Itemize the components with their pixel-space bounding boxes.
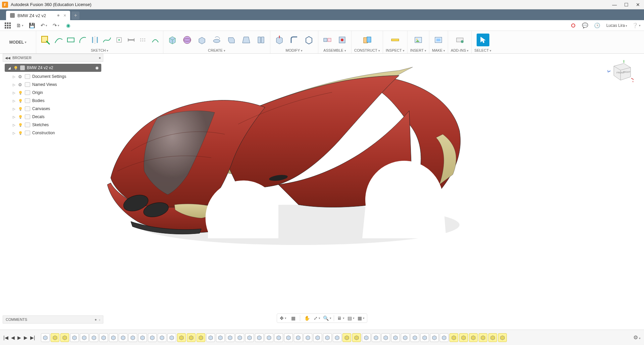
tree-item[interactable]: ▷Construction	[3, 129, 103, 137]
timeline-settings-button[interactable]: ⚙▾	[633, 334, 641, 341]
timeline-op[interactable]	[60, 333, 69, 342]
tree-root[interactable]: ◢ BMW Z4 v2 v2 ◉	[5, 64, 101, 72]
radio-icon[interactable]: ◉	[95, 65, 99, 70]
timeline-op[interactable]	[372, 333, 380, 342]
expand-icon[interactable]: ▷	[13, 107, 16, 111]
comments-panel[interactable]: COMMENTS ● ›	[3, 315, 103, 324]
timeline-op[interactable]	[459, 333, 468, 342]
tree-item[interactable]: ▷⚙Document Settings	[3, 72, 103, 81]
timeline-op[interactable]	[41, 333, 50, 342]
timeline-op[interactable]	[216, 333, 225, 342]
timeline-op[interactable]	[488, 333, 497, 342]
viewport-layout-button[interactable]: ▦▾	[358, 315, 364, 322]
rectangle-tool-button[interactable]	[66, 34, 76, 46]
select-button[interactable]	[477, 34, 489, 46]
timeline-op[interactable]	[430, 333, 439, 342]
timeline-op[interactable]	[479, 333, 487, 342]
timeline-op[interactable]	[323, 333, 332, 342]
shell-button[interactable]	[303, 34, 315, 46]
joint-button[interactable]	[321, 34, 334, 46]
workspace-switcher[interactable]: MODEL▾	[0, 31, 36, 53]
expand-icon[interactable]: ▷	[13, 91, 16, 95]
mirror-tool-button[interactable]	[90, 34, 100, 46]
expand-icon[interactable]: ▷	[13, 99, 16, 103]
timeline-op[interactable]	[352, 333, 361, 342]
tree-item[interactable]: ▷Origin	[3, 89, 103, 97]
timeline-op[interactable]	[411, 333, 419, 342]
timeline-op[interactable]	[381, 333, 390, 342]
help-icon[interactable]: ❔▾	[633, 22, 639, 29]
tree-item[interactable]: ▷Sketches	[3, 121, 103, 129]
timeline-op[interactable]	[469, 333, 478, 342]
sphere-tool-button[interactable]	[181, 34, 194, 46]
undo-button[interactable]: ↶▾	[41, 22, 47, 29]
timeline-op[interactable]	[255, 333, 264, 342]
sweep-tool-button[interactable]	[225, 34, 238, 46]
fit-button[interactable]: 🔍▾	[324, 315, 330, 322]
timeline-op[interactable]	[197, 333, 205, 342]
timeline-op[interactable]	[401, 333, 410, 342]
timeline-op[interactable]	[245, 333, 254, 342]
minimize-button[interactable]: —	[612, 2, 617, 7]
dimension-tool-button[interactable]	[126, 34, 136, 46]
spline-tool-button[interactable]	[102, 34, 112, 46]
user-menu[interactable]: Lucas Lira▾	[606, 23, 627, 28]
box-tool-button[interactable]	[166, 34, 179, 46]
timeline-op[interactable]	[99, 333, 108, 342]
project-tool-button[interactable]	[150, 34, 160, 46]
timeline-start-button[interactable]: |◀	[3, 335, 8, 340]
timeline-play-button[interactable]: ▶	[17, 335, 21, 340]
document-tab[interactable]: BMW Z4 v2 v2 ×	[6, 11, 70, 20]
pan-button[interactable]: ✋	[304, 315, 310, 322]
timeline-op[interactable]	[167, 333, 176, 342]
as-built-joint-button[interactable]	[336, 34, 348, 46]
arc-tool-button[interactable]	[78, 34, 88, 46]
line-tool-button[interactable]	[54, 34, 64, 46]
timeline-op[interactable]	[440, 333, 448, 342]
timeline-op[interactable]	[362, 333, 371, 342]
timeline-op[interactable]	[498, 333, 507, 342]
revolve-tool-button[interactable]	[210, 34, 223, 46]
timeline-fwd-button[interactable]: ▶	[24, 335, 28, 340]
maximize-button[interactable]: ☐	[624, 2, 629, 7]
close-button[interactable]: ✕	[636, 2, 640, 7]
timeline-op[interactable]	[294, 333, 303, 342]
redo-button[interactable]: ↷▾	[53, 22, 59, 29]
timeline-op[interactable]	[206, 333, 215, 342]
point-tool-button[interactable]	[114, 34, 124, 46]
timeline-op[interactable]	[187, 333, 196, 342]
timeline-back-button[interactable]: ◀	[11, 335, 15, 340]
timeline-op[interactable]	[342, 333, 351, 342]
timeline-op[interactable]	[90, 333, 98, 342]
expand-icon[interactable]: ▷	[13, 75, 16, 79]
comments-settings-icon[interactable]: ●	[95, 317, 97, 322]
tab-close-button[interactable]: ×	[63, 13, 66, 18]
expand-icon[interactable]: ▷	[13, 83, 16, 87]
save-button[interactable]: 💾	[29, 22, 35, 29]
timeline-op[interactable]	[51, 333, 59, 342]
grid-settings-button[interactable]: ▤▾	[347, 315, 354, 322]
record-icon[interactable]	[570, 22, 576, 29]
timeline-op[interactable]	[274, 333, 283, 342]
timeline-op[interactable]	[148, 333, 157, 342]
clock-icon[interactable]: 🕓	[594, 22, 600, 29]
create-sketch-button[interactable]	[39, 34, 52, 46]
browser-header[interactable]: ◀◀ BROWSER ●	[3, 54, 103, 62]
tree-item[interactable]: ▷⚙Named Views	[3, 81, 103, 89]
refresh-icon[interactable]: ◉	[65, 22, 71, 29]
timeline-op[interactable]	[391, 333, 400, 342]
look-at-button[interactable]: ▦	[290, 315, 297, 322]
expand-icon[interactable]: ▷	[13, 131, 16, 135]
timeline-op[interactable]	[265, 333, 273, 342]
expand-icon[interactable]: ▷	[13, 123, 16, 127]
make-3dprint-button[interactable]	[432, 34, 445, 46]
new-tab-button[interactable]: +	[71, 11, 79, 19]
zoom-button[interactable]: ⤢▾	[314, 315, 320, 322]
timeline-op[interactable]	[80, 333, 89, 342]
comments-expand-icon[interactable]: ›	[99, 317, 100, 322]
timeline-op[interactable]	[158, 333, 166, 342]
addins-button[interactable]	[453, 34, 466, 46]
timeline-op[interactable]	[128, 333, 137, 342]
timeline-op[interactable]	[449, 333, 458, 342]
extrude-tool-button[interactable]	[196, 34, 208, 46]
